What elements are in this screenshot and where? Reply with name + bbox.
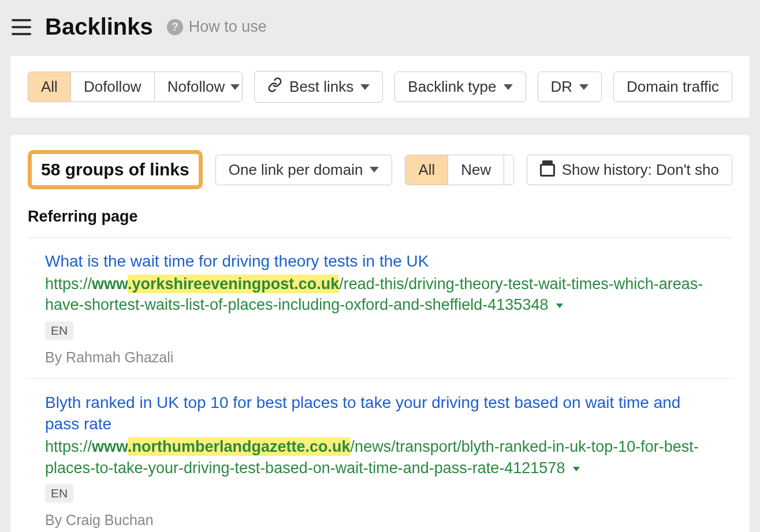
domain-traffic-label: Domain traffic bbox=[627, 78, 719, 96]
follow-dofollow-tab[interactable]: Dofollow bbox=[70, 72, 154, 102]
calendar-icon bbox=[540, 163, 555, 177]
language-badge: EN bbox=[45, 484, 73, 503]
dr-filter[interactable]: DR bbox=[538, 72, 602, 102]
chevron-down-icon bbox=[573, 467, 580, 471]
table-row: What is the wait time for driving theory… bbox=[28, 237, 732, 379]
group-mode-label: One link per domain bbox=[229, 161, 363, 179]
results-card: 58 groups of links One link per domain A… bbox=[10, 135, 750, 532]
chevron-down-icon bbox=[230, 84, 240, 90]
help-icon: ? bbox=[167, 19, 183, 35]
how-to-use-label: How to use bbox=[189, 18, 267, 36]
follow-segment: All Dofollow Nofollow bbox=[28, 72, 243, 102]
backlink-type-filter[interactable]: Backlink type bbox=[394, 72, 526, 102]
follow-all-tab[interactable]: All bbox=[28, 72, 70, 102]
table-row: Blyth ranked in UK top 10 for best place… bbox=[28, 379, 732, 532]
show-history-label: Show history: Don't sho bbox=[562, 161, 719, 179]
referring-page-url[interactable]: https://www.northumberlandgazette.co.uk/… bbox=[45, 436, 715, 478]
page-header: Backlinks ? How to use bbox=[0, 0, 760, 56]
language-badge: EN bbox=[45, 321, 73, 340]
status-all-tab[interactable]: All bbox=[405, 155, 448, 185]
group-mode-select[interactable]: One link per domain bbox=[215, 155, 393, 185]
author-byline: By Craig Buchan bbox=[45, 512, 715, 529]
how-to-use-link[interactable]: ? How to use bbox=[167, 18, 267, 36]
chevron-down-icon bbox=[579, 84, 588, 90]
chevron-down-icon bbox=[504, 84, 513, 90]
follow-nofollow-tab[interactable]: Nofollow bbox=[154, 72, 243, 102]
column-header-referring-page: Referring page bbox=[10, 200, 750, 237]
referring-page-url[interactable]: https://www.yorkshireeveningpost.co.uk/r… bbox=[45, 274, 715, 316]
referring-page-title[interactable]: Blyth ranked in UK top 10 for best place… bbox=[45, 392, 715, 436]
results-toolbar: 58 groups of links One link per domain A… bbox=[10, 135, 750, 200]
filter-toolbar: All Dofollow Nofollow Best links Backlin… bbox=[10, 56, 750, 118]
author-byline: By Rahmah Ghazali bbox=[45, 349, 715, 366]
link-icon bbox=[267, 77, 282, 96]
backlink-type-label: Backlink type bbox=[408, 78, 496, 96]
status-lost-tab[interactable]: Lost bbox=[504, 155, 513, 185]
status-new-tab[interactable]: New bbox=[448, 155, 504, 185]
referring-page-title[interactable]: What is the wait time for driving theory… bbox=[45, 250, 715, 272]
status-segment: All New Lost bbox=[405, 155, 513, 185]
follow-nofollow-label: Nofollow bbox=[167, 78, 225, 96]
chevron-down-icon bbox=[370, 167, 379, 173]
page-title: Backlinks bbox=[45, 14, 153, 40]
menu-icon[interactable] bbox=[12, 19, 31, 35]
chevron-down-icon bbox=[360, 84, 370, 90]
domain-traffic-filter[interactable]: Domain traffic bbox=[613, 72, 732, 102]
dr-label: DR bbox=[551, 78, 573, 96]
best-links-filter[interactable]: Best links bbox=[254, 71, 383, 103]
best-links-label: Best links bbox=[289, 78, 353, 96]
chevron-down-icon bbox=[556, 304, 563, 308]
group-count-badge: 58 groups of links bbox=[28, 150, 203, 189]
show-history-select[interactable]: Show history: Don't sho bbox=[527, 155, 732, 185]
